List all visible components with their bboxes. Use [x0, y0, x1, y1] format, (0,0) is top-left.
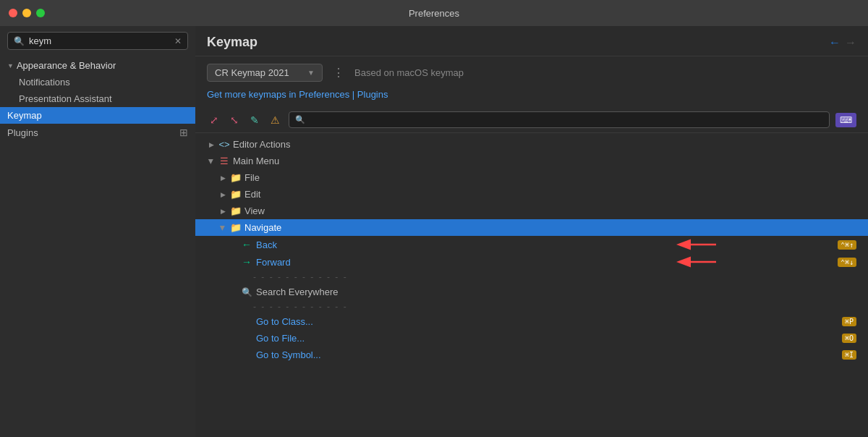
sidebar-item-label: Keymap	[7, 110, 42, 121]
separator: - - - - - - - - - - - -	[195, 271, 868, 284]
search-bar: 🔍 ✕	[0, 26, 195, 56]
content-area: Keymap ← → CR Keymap 2021 ▼ ⋮ Based on m…	[195, 26, 868, 437]
sidebar-item-label: Presentation Assistant	[19, 93, 112, 104]
tree-item-label: Go to Class...	[256, 316, 313, 327]
shortcut-badge: ⌘P	[842, 317, 856, 326]
keymap-toolbar: CR Keymap 2021 ▼ ⋮ Based on macOS keymap	[195, 56, 868, 89]
tree-item-label: Search Everywhere	[256, 287, 338, 297]
tree-area[interactable]: ▶ <> Editor Actions ▶ ☰ Main Menu ▶ 📁 Fi…	[195, 133, 868, 437]
folder-icon: 📁	[230, 172, 242, 183]
shortcut-badge: ⌃⌘↓	[838, 258, 856, 267]
chevron-down-icon: ▼	[7, 62, 14, 69]
chevron-down-icon: ▶	[219, 224, 226, 232]
get-more-link: Get more keymaps in Preferences | Plugin…	[195, 89, 868, 107]
expand-all-button[interactable]: ⤢	[207, 112, 221, 128]
keymap-dropdown-label: CR Keymap 2021	[215, 67, 289, 78]
annotation-arrow	[665, 234, 723, 255]
sidebar-item-label: Notifications	[19, 77, 70, 88]
tree-row[interactable]: ▶ 📁 File	[195, 169, 868, 186]
keymap-more-button[interactable]: ⋮	[330, 66, 347, 80]
nav-forward-button[interactable]: →	[845, 36, 856, 49]
tree-item-label: Go to Symbol...	[256, 349, 321, 360]
sidebar-item-keymap[interactable]: Keymap	[0, 107, 195, 124]
header-navigation: ← →	[829, 36, 856, 49]
traffic-lights	[9, 9, 45, 17]
tree-row-forward[interactable]: ▶ → Forward ⌃⌘↓	[195, 253, 868, 271]
tree-row[interactable]: ▶ 📁 Edit	[195, 186, 868, 203]
search-shortcuts-input[interactable]	[308, 114, 823, 125]
tree-row-gotoclass[interactable]: ▶ Go to Class... ⌘P	[195, 313, 868, 330]
collapse-all-button[interactable]: ⤡	[227, 112, 242, 128]
content-header: Keymap ← →	[195, 26, 868, 56]
kbd-shortcut: ⌘O	[842, 334, 856, 343]
search-input-wrap[interactable]: 🔍 ✕	[7, 32, 188, 50]
chevron-right-icon: ▶	[218, 191, 227, 198]
tree-row-gotofile[interactable]: ▶ Go to File... ⌘O	[195, 330, 868, 347]
maximize-button[interactable]	[36, 9, 45, 17]
chevron-down-icon: ▶	[208, 157, 215, 166]
chevron-right-icon: ▶	[207, 141, 216, 148]
search-clear-button[interactable]: ✕	[174, 36, 182, 46]
sidebar-item-presentation[interactable]: Presentation Assistant	[0, 90, 195, 107]
close-button[interactable]	[9, 9, 17, 17]
page-title: Keymap	[207, 35, 258, 50]
separator: - - - - - - - - - - - -	[195, 300, 868, 313]
add-icon[interactable]: ⊞	[179, 127, 188, 138]
chevron-right-icon: ▶	[218, 208, 227, 215]
get-more-anchor[interactable]: Get more keymaps in Preferences | Plugin…	[207, 89, 388, 100]
folder-icon: 📁	[230, 189, 242, 200]
keymap-based-label: Based on macOS keymap	[354, 67, 464, 78]
back-arrow-icon: ←	[242, 239, 253, 250]
tree-row-navigate[interactable]: ▶ 📁 Navigate	[195, 219, 868, 236]
kbd-shortcut: ⌃⌘↓	[838, 258, 856, 267]
shortcut-badge: ⌘O	[842, 334, 856, 343]
forward-arrow-icon: →	[242, 256, 253, 268]
tree-row[interactable]: ▶ 📁 View	[195, 203, 868, 219]
kbd-shortcut: ⌘I	[842, 350, 856, 360]
tree-row[interactable]: ▶ ☰ Main Menu	[195, 153, 868, 169]
annotation-arrow	[665, 252, 723, 272]
sidebar: 🔍 ✕ ▼ Appearance & Behavior Notification…	[0, 26, 195, 437]
sidebar-item-plugins[interactable]: Plugins ⊞	[0, 124, 195, 141]
sidebar-item-appearance[interactable]: ▼ Appearance & Behavior	[0, 57, 195, 74]
menu-icon: ☰	[218, 156, 230, 166]
tree-item-label: Forward	[256, 257, 291, 268]
tree-item-label: Editor Actions	[233, 139, 291, 150]
nav-back-button[interactable]: ←	[829, 36, 841, 49]
minimize-button[interactable]	[22, 9, 31, 17]
tree-item-label: Go to File...	[256, 333, 305, 344]
kbd-shortcut: ⌘P	[842, 317, 856, 326]
chevron-down-icon: ▼	[307, 69, 315, 77]
shortcut-badge: ⌃⌘↑	[838, 240, 856, 250]
sidebar-item-notifications[interactable]: Notifications	[0, 74, 195, 90]
keymap-dropdown[interactable]: CR Keymap 2021 ▼	[207, 64, 323, 82]
sidebar-item-label: Appearance & Behavior	[17, 60, 116, 71]
main-layout: 🔍 ✕ ▼ Appearance & Behavior Notification…	[0, 26, 868, 437]
search-icon: 🔍	[14, 36, 25, 46]
window-title: Preferences	[409, 8, 459, 19]
tree-item-label: View	[244, 205, 265, 216]
sidebar-item-label: Plugins	[7, 127, 38, 138]
warning-button[interactable]: ⚠	[268, 112, 283, 128]
titlebar: Preferences	[0, 0, 868, 26]
tree-row[interactable]: ▶ <> Editor Actions	[195, 136, 868, 153]
folder-icon: 📁	[230, 205, 242, 216]
tree-item-label: Edit	[244, 189, 260, 200]
search-input[interactable]	[29, 35, 170, 46]
tree-item-label: Main Menu	[233, 156, 279, 166]
tree-row-gotosymbol[interactable]: ▶ Go to Symbol... ⌘I	[195, 347, 868, 363]
actions-toolbar: ⤢ ⤡ ✎ ⚠ 🔍 ⌨	[195, 107, 868, 133]
search-icon: 🔍	[295, 115, 305, 124]
edit-shortcut-button[interactable]: ✎	[247, 112, 262, 128]
search-shortcuts-wrap[interactable]: 🔍	[289, 111, 830, 128]
tree-row-search[interactable]: ▶ 🔍 Search Everywhere	[195, 284, 868, 300]
tree-item-label: Back	[256, 239, 277, 250]
sidebar-section: ▼ Appearance & Behavior Notifications Pr…	[0, 56, 195, 143]
kbd-shortcut: ⌃⌘↑	[838, 240, 856, 250]
tree-item-label: File	[244, 172, 260, 183]
tree-row-back[interactable]: ▶ ← Back ⌃⌘↑	[195, 236, 868, 253]
keyboard-shortcut-button[interactable]: ⌨	[835, 113, 856, 127]
chevron-right-icon: ▶	[218, 174, 227, 182]
shortcut-badge: ⌘I	[842, 350, 856, 360]
search-icon: 🔍	[242, 287, 253, 297]
